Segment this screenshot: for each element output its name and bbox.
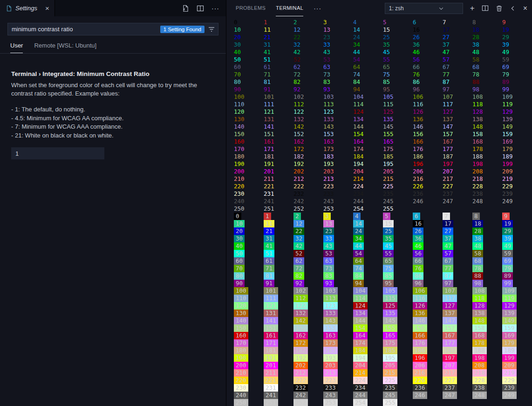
- terminal-fg-cell: 142: [293, 123, 323, 131]
- split-editor-icon[interactable]: [197, 5, 204, 12]
- more-actions-icon[interactable]: ···: [211, 5, 219, 12]
- terminal-fg-cell: 45: [383, 48, 413, 56]
- tab-settings[interactable]: Settings ×: [0, 0, 55, 16]
- terminal-bg-cell: 201: [264, 362, 293, 369]
- terminal-bg-cell: 225: [383, 377, 413, 384]
- setting-value-input[interactable]: [11, 147, 104, 159]
- terminal-fg-cell: 33: [323, 41, 353, 48]
- terminal-bg-cell: 233: [323, 384, 353, 392]
- terminal-bg-cell: 87: [443, 272, 472, 280]
- terminal-fg-cell: 213: [323, 175, 353, 183]
- terminal-bg-swatch: 133: [323, 310, 338, 317]
- terminal-bg-cell: 127: [443, 302, 472, 310]
- terminal-bg-cell: 41: [264, 242, 293, 250]
- terminal-bg-cell: 180: [234, 347, 264, 354]
- terminal-fg-cell: 199: [502, 160, 532, 168]
- terminal-bg-swatch: 211: [264, 369, 278, 377]
- terminal-bg-cell: 167: [443, 332, 472, 339]
- terminal-bg-swatch: 177: [443, 339, 457, 347]
- terminal-fg-cell: 233: [323, 190, 353, 198]
- terminal-bg-swatch: 111: [264, 295, 278, 302]
- terminal-bg-cell: 250: [234, 399, 264, 406]
- terminal-fg-cell: 78: [472, 71, 502, 78]
- terminal-fg-cell: 99: [502, 86, 532, 93]
- scope-tab-user[interactable]: User: [10, 42, 23, 53]
- terminal-fg-cell: 83: [323, 78, 353, 86]
- terminal-fg-cell: 87: [443, 78, 472, 86]
- terminal-bg-cell: 132: [293, 310, 323, 317]
- panel-more-tabs-icon[interactable]: ···: [314, 5, 321, 12]
- terminal-bg-cell: 76: [413, 265, 443, 272]
- terminal-bg-swatch: 128: [472, 302, 487, 310]
- terminal-bg-cell: 151: [264, 324, 293, 332]
- terminal-fg-cell: 65: [383, 63, 413, 71]
- terminal-bg-cell: 46: [413, 242, 443, 250]
- terminal-bg-swatch: 124: [353, 302, 368, 310]
- terminal-row: 130131132133134135136137138139: [234, 116, 532, 123]
- terminal-fg-cell: 196: [413, 160, 443, 168]
- terminal-bg-cell: 149: [502, 317, 532, 324]
- terminal-fg-cell: 46: [413, 48, 443, 56]
- panel-tab-terminal[interactable]: TERMINAL: [276, 0, 303, 16]
- terminal-bg-swatch: 217: [443, 369, 457, 377]
- terminal-bg-cell: 53: [323, 250, 353, 257]
- terminal-fg-cell: 32: [293, 41, 323, 48]
- terminal-bg-swatch: 151: [264, 324, 278, 332]
- terminal-fg-cell: 247: [443, 198, 472, 205]
- terminal-fg-cell: 86: [413, 78, 443, 86]
- terminal-bg-cell: 130: [234, 310, 264, 317]
- terminal-bg-cell: 209: [502, 362, 532, 369]
- terminal-bg-cell: 36: [413, 235, 443, 242]
- terminal-bg-swatch: 176: [413, 339, 427, 347]
- terminal-bg-cell: 42: [293, 242, 323, 250]
- terminal-row: 80818283848586878889: [234, 272, 532, 280]
- terminal-bg-swatch: 81: [264, 272, 274, 280]
- terminal-row: 180181182183184185186187188189: [234, 153, 532, 160]
- terminal-bg-swatch: 11: [264, 220, 274, 227]
- terminal-bg-cell: 111: [264, 295, 293, 302]
- terminal-bg-swatch: 225: [383, 377, 397, 384]
- terminal-bg-swatch: 18: [472, 220, 483, 227]
- terminal-bg-swatch: 103: [323, 287, 338, 295]
- terminal-bg-cell: 200: [234, 362, 264, 369]
- terminal-bg-cell: 66: [413, 257, 443, 265]
- settings-search-input[interactable]: [8, 26, 160, 33]
- terminal-bg-cell: 118: [472, 295, 502, 302]
- terminal-fg-cell: 28: [472, 34, 502, 41]
- terminal-fg-cell: 241: [264, 198, 293, 205]
- panel-tab-problems[interactable]: PROBLEMS: [236, 0, 266, 16]
- terminal-fg-cell: 157: [443, 131, 472, 138]
- terminal-viewport[interactable]: 0123456789101112131415161718192021222324…: [226, 16, 532, 406]
- open-settings-json-icon[interactable]: [182, 5, 189, 12]
- terminal-row: 130131132133134135136137138139: [234, 310, 532, 317]
- terminal-bg-cell: 52: [293, 250, 323, 257]
- terminal-bg-swatch: 35: [383, 235, 394, 242]
- terminal-bg-swatch: 168: [472, 332, 487, 339]
- scope-tab-remote[interactable]: Remote [WSL: Ubuntu]: [34, 42, 96, 53]
- terminal-fg-cell: 159: [502, 131, 532, 138]
- terminal-bg-cell: 23: [323, 227, 353, 235]
- terminal-fg-cell: 207: [443, 168, 472, 175]
- terminal-bg-cell: 81: [264, 272, 293, 280]
- terminal-bg-swatch: 197: [443, 354, 457, 362]
- terminal-bg-swatch: 120: [234, 302, 248, 310]
- terminal-instance-select[interactable]: 1: zsh: [385, 3, 463, 14]
- terminal-bg-cell: 228: [472, 377, 502, 384]
- terminal-bg-swatch: 147: [443, 317, 457, 324]
- terminal-bg-swatch: 239: [502, 384, 517, 392]
- terminal-fg-cell: 190: [234, 160, 264, 168]
- close-panel-icon[interactable]: ×: [523, 4, 527, 13]
- terminal-bg-swatch: 23: [323, 227, 334, 235]
- kill-terminal-trash-icon[interactable]: [496, 5, 503, 12]
- filter-icon[interactable]: [208, 26, 215, 33]
- terminal-bg-swatch: 6: [413, 213, 420, 220]
- close-tab-icon[interactable]: ×: [45, 4, 49, 12]
- terminal-fg-cell: 21: [264, 34, 293, 41]
- terminal-bg-cell: 175: [383, 339, 413, 347]
- chevron-left-icon[interactable]: [510, 5, 516, 12]
- terminal-fg-cell: 67: [443, 63, 472, 71]
- new-terminal-icon[interactable]: +: [470, 5, 475, 12]
- terminal-fg-cell: 210: [234, 175, 264, 183]
- terminal-row: 40414243444546474849: [234, 48, 532, 56]
- split-terminal-icon[interactable]: [482, 5, 489, 12]
